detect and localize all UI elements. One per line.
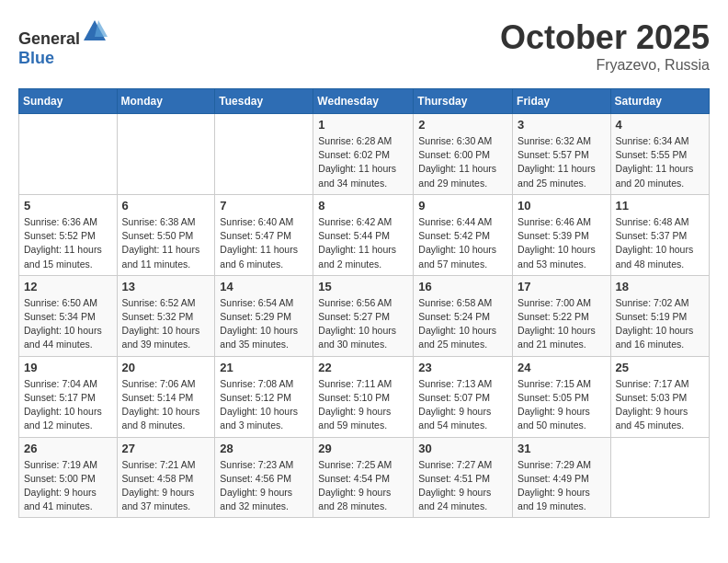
header-cell-monday: Monday — [117, 89, 215, 114]
day-cell: 10Sunrise: 6:46 AMSunset: 5:39 PMDayligh… — [513, 194, 611, 275]
day-number: 23 — [418, 361, 507, 374]
day-info: Sunrise: 6:56 AMSunset: 5:27 PMDaylight:… — [318, 296, 408, 352]
day-info: Sunrise: 7:04 AMSunset: 5:17 PMDaylight:… — [24, 377, 112, 433]
day-info: Sunrise: 6:34 AMSunset: 5:55 PMDaylight:… — [616, 134, 704, 190]
day-cell: 24Sunrise: 7:15 AMSunset: 5:05 PMDayligh… — [513, 356, 611, 437]
day-cell — [19, 114, 118, 195]
day-cell: 7Sunrise: 6:40 AMSunset: 5:47 PMDaylight… — [215, 194, 313, 275]
header: General Blue October 2025 Fryazevo, Russ… — [18, 18, 710, 74]
title-area: October 2025 Fryazevo, Russia — [500, 18, 710, 74]
day-number: 16 — [418, 280, 507, 293]
week-row-1: 1Sunrise: 6:28 AMSunset: 6:02 PMDaylight… — [19, 114, 710, 195]
location-title: Fryazevo, Russia — [500, 57, 710, 74]
day-info: Sunrise: 6:28 AMSunset: 6:02 PMDaylight:… — [318, 134, 408, 190]
day-cell: 30Sunrise: 7:27 AMSunset: 4:51 PMDayligh… — [414, 437, 513, 518]
day-number: 20 — [122, 361, 210, 374]
day-cell: 19Sunrise: 7:04 AMSunset: 5:17 PMDayligh… — [19, 356, 118, 437]
day-cell: 3Sunrise: 6:32 AMSunset: 5:57 PMDaylight… — [513, 114, 611, 195]
day-number: 22 — [318, 361, 408, 374]
week-row-2: 5Sunrise: 6:36 AMSunset: 5:52 PMDaylight… — [19, 194, 710, 275]
day-number: 24 — [518, 361, 606, 374]
month-title: October 2025 — [500, 18, 710, 57]
day-cell: 28Sunrise: 7:23 AMSunset: 4:56 PMDayligh… — [215, 437, 313, 518]
day-number: 27 — [122, 442, 210, 455]
day-info: Sunrise: 6:42 AMSunset: 5:44 PMDaylight:… — [318, 215, 408, 271]
day-cell: 6Sunrise: 6:38 AMSunset: 5:50 PMDaylight… — [117, 194, 215, 275]
logo-icon — [82, 18, 108, 44]
day-info: Sunrise: 7:13 AMSunset: 5:07 PMDaylight:… — [418, 377, 507, 433]
logo-general: General — [18, 29, 80, 48]
svg-marker-1 — [95, 20, 108, 37]
day-info: Sunrise: 6:52 AMSunset: 5:32 PMDaylight:… — [122, 296, 210, 352]
day-cell: 17Sunrise: 7:00 AMSunset: 5:22 PMDayligh… — [513, 275, 611, 356]
day-cell: 29Sunrise: 7:25 AMSunset: 4:54 PMDayligh… — [313, 437, 414, 518]
day-number: 12 — [24, 280, 112, 293]
day-number: 14 — [220, 280, 308, 293]
day-info: Sunrise: 6:58 AMSunset: 5:24 PMDaylight:… — [418, 296, 507, 352]
day-number: 13 — [122, 280, 210, 293]
day-info: Sunrise: 6:32 AMSunset: 5:57 PMDaylight:… — [518, 134, 606, 190]
day-number: 1 — [318, 118, 408, 132]
day-info: Sunrise: 7:27 AMSunset: 4:51 PMDaylight:… — [418, 458, 507, 514]
week-row-3: 12Sunrise: 6:50 AMSunset: 5:34 PMDayligh… — [19, 275, 710, 356]
day-info: Sunrise: 7:17 AMSunset: 5:03 PMDaylight:… — [616, 377, 704, 433]
day-cell: 14Sunrise: 6:54 AMSunset: 5:29 PMDayligh… — [215, 275, 313, 356]
day-cell — [117, 114, 215, 195]
day-cell: 20Sunrise: 7:06 AMSunset: 5:14 PMDayligh… — [117, 356, 215, 437]
day-info: Sunrise: 7:02 AMSunset: 5:19 PMDaylight:… — [616, 296, 704, 352]
day-cell — [610, 437, 709, 518]
day-info: Sunrise: 6:40 AMSunset: 5:47 PMDaylight:… — [220, 215, 308, 271]
day-info: Sunrise: 7:21 AMSunset: 4:58 PMDaylight:… — [122, 458, 210, 514]
day-info: Sunrise: 7:25 AMSunset: 4:54 PMDaylight:… — [318, 458, 408, 514]
header-cell-tuesday: Tuesday — [215, 89, 313, 114]
logo: General Blue — [18, 18, 108, 68]
day-number: 6 — [122, 199, 210, 213]
day-number: 15 — [318, 280, 408, 293]
logo-text: General Blue — [18, 18, 108, 68]
calendar-table: SundayMondayTuesdayWednesdayThursdayFrid… — [18, 88, 710, 518]
day-number: 26 — [24, 442, 112, 455]
day-number: 17 — [518, 280, 606, 293]
header-cell-sunday: Sunday — [19, 89, 118, 114]
day-info: Sunrise: 7:19 AMSunset: 5:00 PMDaylight:… — [24, 458, 112, 514]
day-number: 9 — [418, 199, 507, 213]
day-cell: 15Sunrise: 6:56 AMSunset: 5:27 PMDayligh… — [313, 275, 414, 356]
day-info: Sunrise: 7:23 AMSunset: 4:56 PMDaylight:… — [220, 458, 308, 514]
day-info: Sunrise: 6:38 AMSunset: 5:50 PMDaylight:… — [122, 215, 210, 271]
day-cell: 16Sunrise: 6:58 AMSunset: 5:24 PMDayligh… — [414, 275, 513, 356]
day-cell: 26Sunrise: 7:19 AMSunset: 5:00 PMDayligh… — [19, 437, 118, 518]
day-number: 3 — [518, 118, 606, 132]
day-cell: 8Sunrise: 6:42 AMSunset: 5:44 PMDaylight… — [313, 194, 414, 275]
day-number: 8 — [318, 199, 408, 213]
day-number: 10 — [518, 199, 606, 213]
day-cell: 5Sunrise: 6:36 AMSunset: 5:52 PMDaylight… — [19, 194, 118, 275]
day-cell: 23Sunrise: 7:13 AMSunset: 5:07 PMDayligh… — [414, 356, 513, 437]
day-number: 2 — [418, 118, 507, 132]
day-number: 28 — [220, 442, 308, 455]
day-number: 4 — [616, 118, 704, 132]
day-number: 19 — [24, 361, 112, 374]
day-cell: 25Sunrise: 7:17 AMSunset: 5:03 PMDayligh… — [610, 356, 709, 437]
day-info: Sunrise: 7:15 AMSunset: 5:05 PMDaylight:… — [518, 377, 606, 433]
day-number: 18 — [616, 280, 704, 293]
day-info: Sunrise: 6:30 AMSunset: 6:00 PMDaylight:… — [418, 134, 507, 190]
day-number: 5 — [24, 199, 112, 213]
day-info: Sunrise: 7:00 AMSunset: 5:22 PMDaylight:… — [518, 296, 606, 352]
day-cell: 9Sunrise: 6:44 AMSunset: 5:42 PMDaylight… — [414, 194, 513, 275]
day-info: Sunrise: 6:36 AMSunset: 5:52 PMDaylight:… — [24, 215, 112, 271]
header-cell-wednesday: Wednesday — [313, 89, 414, 114]
day-cell: 4Sunrise: 6:34 AMSunset: 5:55 PMDaylight… — [610, 114, 709, 195]
day-number: 11 — [616, 199, 704, 213]
day-info: Sunrise: 6:46 AMSunset: 5:39 PMDaylight:… — [518, 215, 606, 271]
day-cell: 27Sunrise: 7:21 AMSunset: 4:58 PMDayligh… — [117, 437, 215, 518]
day-number: 29 — [318, 442, 408, 455]
day-number: 7 — [220, 199, 308, 213]
day-info: Sunrise: 6:50 AMSunset: 5:34 PMDaylight:… — [24, 296, 112, 352]
day-cell: 11Sunrise: 6:48 AMSunset: 5:37 PMDayligh… — [610, 194, 709, 275]
day-cell — [215, 114, 313, 195]
day-info: Sunrise: 6:54 AMSunset: 5:29 PMDaylight:… — [220, 296, 308, 352]
header-cell-saturday: Saturday — [610, 89, 709, 114]
day-cell: 31Sunrise: 7:29 AMSunset: 4:49 PMDayligh… — [513, 437, 611, 518]
day-cell: 21Sunrise: 7:08 AMSunset: 5:12 PMDayligh… — [215, 356, 313, 437]
day-number: 31 — [518, 442, 606, 455]
